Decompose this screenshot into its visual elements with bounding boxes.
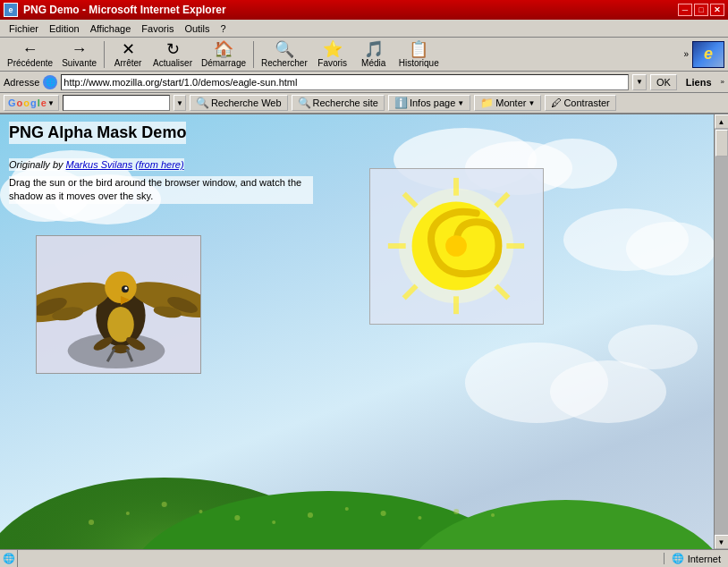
google-g: G (8, 97, 16, 108)
zone-icon: 🌐 (672, 553, 684, 564)
home-label: Démarrage (201, 58, 246, 68)
svg-point-9 (550, 360, 666, 423)
google-search-dropdown[interactable]: ▼ (174, 95, 186, 111)
restore-button[interactable]: □ (694, 4, 708, 16)
contrast-button[interactable]: 🖊 Contraster (545, 95, 615, 111)
google-o1: o (17, 97, 23, 108)
search-web-label: Recherche Web (211, 97, 282, 108)
eagle-box[interactable] (36, 235, 201, 374)
menu-outils[interactable]: Outils (179, 21, 215, 36)
mount-button[interactable]: 📁 Monter ▼ (474, 95, 541, 111)
eagle-svg (37, 236, 200, 373)
back-label: Précédente (7, 58, 53, 68)
window-title: PNG Demo - Microsoft Internet Explorer (23, 4, 226, 16)
svg-point-51 (345, 507, 349, 511)
menu-affichage[interactable]: Affichage (85, 21, 137, 36)
menu-favoris[interactable]: Favoris (136, 21, 179, 36)
home-button[interactable]: 🏠 Démarrage (198, 39, 250, 70)
google-search-input[interactable] (63, 95, 170, 111)
links-arrow: » (721, 78, 724, 86)
scroll-down-button[interactable]: ▼ (715, 535, 729, 549)
favorites-icon: ⭐ (323, 41, 343, 57)
google-g2: g (30, 97, 37, 108)
sun-svg (370, 169, 543, 324)
toolbar-sep-2 (253, 41, 254, 68)
google-bar: G o o g l e ▼ ▼ 🔍 Recherche Web 🔍 Recher… (0, 93, 728, 114)
mount-label: Monter (495, 97, 526, 108)
hills-svg (0, 433, 714, 549)
address-dropdown[interactable]: ▼ (632, 74, 647, 90)
stop-label: Arrêter (114, 58, 142, 68)
contrast-label: Contraster (563, 97, 609, 108)
search-site-button[interactable]: 🔍 Recherche site (292, 95, 385, 111)
home-icon: 🏠 (214, 41, 233, 57)
scroll-up-button[interactable]: ▲ (715, 114, 729, 129)
media-button[interactable]: 🎵 Média (354, 39, 394, 70)
title-controls: ─ □ ✕ (678, 4, 724, 16)
back-button[interactable]: ← Précédente (4, 39, 56, 70)
svg-point-47 (199, 510, 202, 513)
close-button[interactable]: ✕ (710, 4, 724, 16)
toolbar-more[interactable]: » (681, 47, 690, 61)
svg-line-36 (495, 194, 508, 207)
mount-arrow: ▼ (528, 99, 535, 107)
svg-point-50 (308, 512, 313, 518)
search-web-icon: 🔍 (196, 97, 209, 109)
svg-line-37 (404, 285, 417, 298)
media-icon: 🎵 (364, 41, 384, 57)
forward-button[interactable]: → Suivante (58, 39, 100, 70)
svg-point-10 (608, 325, 698, 369)
svg-point-7 (626, 222, 714, 275)
search-site-icon: 🔍 (298, 97, 311, 109)
sun-box[interactable] (369, 168, 544, 325)
svg-point-23 (107, 307, 134, 342)
scroll-thumb[interactable] (715, 130, 728, 157)
refresh-label: Actualiser (153, 58, 192, 68)
stop-icon: ✕ (122, 41, 135, 57)
menu-help[interactable]: ? (216, 21, 232, 36)
info-icon: ℹ️ (394, 97, 408, 109)
svg-point-52 (381, 511, 386, 516)
info-page-button[interactable]: ℹ️ Infos page ▼ (388, 95, 470, 111)
address-input[interactable] (61, 74, 629, 90)
history-button[interactable]: 📋 Historique (395, 39, 443, 70)
scrollbar-right: ▲ ▼ (714, 114, 728, 549)
svg-line-35 (495, 285, 508, 298)
search-icon: 🔍 (275, 41, 294, 57)
svg-point-45 (126, 512, 130, 515)
from-here-link[interactable]: (from here) (135, 159, 183, 170)
author-line: Originally by Markus Svilans (from here) (9, 158, 184, 171)
description-text: Drag the sun or the bird around the brow… (9, 176, 313, 204)
author-name-link[interactable]: Markus Svilans (66, 159, 133, 170)
search-label: Rechercher (261, 58, 308, 68)
search-web-button[interactable]: 🔍 Recherche Web (190, 95, 288, 111)
menu-edition[interactable]: Edition (44, 21, 85, 36)
menu-fichier[interactable]: Fichier (4, 21, 44, 36)
ie-logo-e: e (704, 45, 713, 63)
page-icon: 🌐 (43, 75, 57, 89)
refresh-button[interactable]: ↻ Actualiser (149, 39, 196, 70)
back-icon: ← (22, 41, 38, 57)
svg-point-39 (445, 235, 467, 257)
ie-logo: e (692, 41, 724, 68)
stop-button[interactable]: ✕ Arrêter (108, 39, 148, 70)
history-icon: 📋 (409, 41, 428, 57)
minimize-button[interactable]: ─ (678, 4, 692, 16)
scroll-track (715, 129, 729, 535)
zone-text: Internet (688, 554, 721, 564)
favorites-button[interactable]: ⭐ Favoris (313, 39, 352, 70)
google-logo-button[interactable]: G o o g l e ▼ (4, 95, 59, 111)
google-e: e (41, 97, 47, 108)
search-button[interactable]: 🔍 Rechercher (258, 39, 311, 70)
toolbar-sep-1 (104, 41, 105, 68)
svg-point-48 (234, 515, 240, 520)
hills-container (0, 433, 714, 549)
svg-point-44 (89, 520, 94, 525)
address-label: Adresse (4, 77, 39, 88)
favorites-label: Favoris (317, 58, 347, 68)
status-bar: 🌐 🌐 Internet (0, 549, 728, 567)
google-dropdown-arrow: ▼ (47, 99, 55, 107)
contrast-icon: 🖊 (551, 97, 562, 109)
go-button[interactable]: OK (650, 74, 677, 90)
title-bar: e PNG Demo - Microsoft Internet Explorer… (0, 0, 728, 20)
